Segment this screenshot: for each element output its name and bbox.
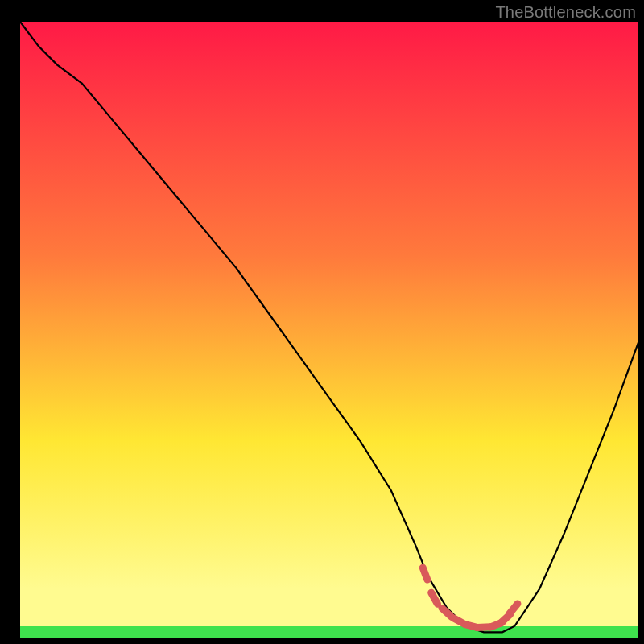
bottleneck-chart xyxy=(0,0,644,644)
plot-background xyxy=(20,22,638,638)
watermark-text: TheBottleneck.com xyxy=(495,3,636,22)
bottom-green-band xyxy=(20,626,638,638)
chart-container: TheBottleneck.com xyxy=(0,0,644,644)
marker-dot xyxy=(423,568,427,580)
